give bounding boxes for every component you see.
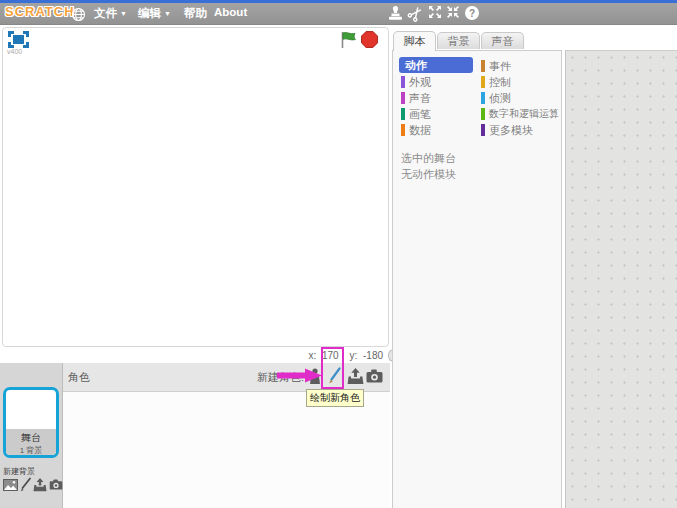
category-control-label: 控制: [489, 75, 511, 90]
mouse-coordinates: x: 170 y: -180: [305, 350, 383, 361]
coord-y-label: y:: [349, 350, 357, 361]
upload-backdrop-icon[interactable]: [32, 477, 47, 492]
coord-y-value: -180: [363, 350, 383, 361]
category-more-blocks-label: 更多模块: [489, 123, 533, 138]
category-operators-label: 数字和逻辑运算: [489, 107, 559, 121]
menu-help-label: 帮助: [184, 7, 207, 19]
category-data-swatch: [401, 124, 405, 136]
green-flag-icon[interactable]: [340, 31, 358, 53]
sprite-list-area[interactable]: [63, 392, 390, 508]
scratch-logo: SCRATCH: [5, 4, 75, 19]
shrink-icon[interactable]: [446, 5, 462, 21]
menu-about-label: About: [214, 6, 247, 18]
svg-text:?: ?: [469, 8, 475, 19]
delete-scissors-icon[interactable]: [408, 5, 424, 21]
category-motion-label: 动作: [405, 58, 427, 73]
block-palette: 动作 外观 声音 画笔 数据 事件 控制 侦测: [392, 50, 562, 508]
category-control[interactable]: 控制: [481, 75, 511, 89]
category-sound-swatch: [401, 92, 405, 104]
scripts-workspace[interactable]: [565, 50, 677, 508]
category-pen[interactable]: 画笔: [401, 107, 431, 121]
backdrop-count: 1 背景: [6, 445, 56, 456]
menu-about[interactable]: About: [214, 6, 247, 18]
menu-edit[interactable]: 编辑▼: [138, 6, 171, 21]
backdrop-library-icon[interactable]: [3, 477, 18, 492]
palette-selection-title: 选中的舞台: [401, 151, 456, 166]
annotation-highlight-rect: [321, 347, 344, 389]
category-looks[interactable]: 外观: [401, 75, 431, 89]
menu-help[interactable]: 帮助: [184, 6, 207, 21]
caret-down-icon: ▼: [120, 10, 127, 17]
category-sound-label: 声音: [409, 91, 431, 106]
category-motion[interactable]: 动作: [399, 57, 473, 73]
stage-name: 舞台: [6, 431, 56, 445]
category-looks-label: 外观: [409, 75, 431, 90]
duplicate-stamp-icon[interactable]: [388, 5, 404, 21]
category-data-label: 数据: [409, 123, 431, 138]
category-sensing-swatch: [481, 92, 485, 104]
language-globe-icon[interactable]: [71, 7, 86, 26]
category-pen-swatch: [401, 108, 405, 120]
category-sensing-label: 侦测: [489, 91, 511, 106]
category-events-swatch: [481, 60, 485, 72]
category-operators-swatch: [481, 108, 485, 120]
category-events[interactable]: 事件: [481, 59, 511, 73]
category-pen-label: 画笔: [409, 107, 431, 122]
category-operators[interactable]: 数字和逻辑运算: [481, 107, 559, 121]
stop-sign-icon[interactable]: [361, 31, 378, 52]
category-data[interactable]: 数据: [401, 123, 431, 137]
sprite-pane-title: 角色: [68, 370, 90, 385]
new-backdrop-label: 新建背景: [3, 466, 35, 477]
category-sensing[interactable]: 侦测: [481, 91, 511, 105]
category-events-label: 事件: [489, 59, 511, 74]
tab-scripts[interactable]: 脚本: [393, 31, 436, 51]
tab-backdrops[interactable]: 背景: [437, 32, 480, 49]
palette-empty-message: 无动作模块: [401, 167, 456, 182]
menu-file[interactable]: 文件▼: [94, 6, 127, 21]
category-control-swatch: [481, 76, 485, 88]
menu-file-label: 文件: [94, 7, 117, 19]
block-help-icon[interactable]: ?: [464, 5, 480, 21]
upload-sprite-icon[interactable]: [346, 366, 364, 386]
camera-backdrop-icon[interactable]: [48, 477, 63, 492]
category-sound[interactable]: 声音: [401, 91, 431, 105]
category-looks-swatch: [401, 76, 405, 88]
paint-new-sprite-tooltip: 绘制新角色: [306, 389, 364, 407]
grow-icon[interactable]: [428, 5, 444, 21]
caret-down-icon: ▼: [164, 10, 171, 17]
category-more-blocks-swatch: [481, 124, 485, 136]
stage-thumbnail[interactable]: 舞台 1 背景: [3, 387, 59, 458]
paint-new-backdrop-icon[interactable]: [18, 477, 33, 492]
tab-sounds[interactable]: 声音: [481, 32, 524, 49]
scratch-editor-window: SCRATCH 文件▼ 编辑▼ 帮助 About: [0, 0, 677, 508]
category-more-blocks[interactable]: 更多模块: [481, 123, 533, 137]
camera-sprite-icon[interactable]: [365, 366, 383, 386]
stage-canvas[interactable]: [2, 27, 389, 347]
annotation-arrow-icon: [277, 368, 323, 387]
version-label: v400: [7, 48, 22, 55]
stage-thumbnail-label: 舞台 1 背景: [6, 429, 56, 455]
coord-x-label: x:: [308, 350, 316, 361]
menu-edit-label: 编辑: [138, 7, 161, 19]
